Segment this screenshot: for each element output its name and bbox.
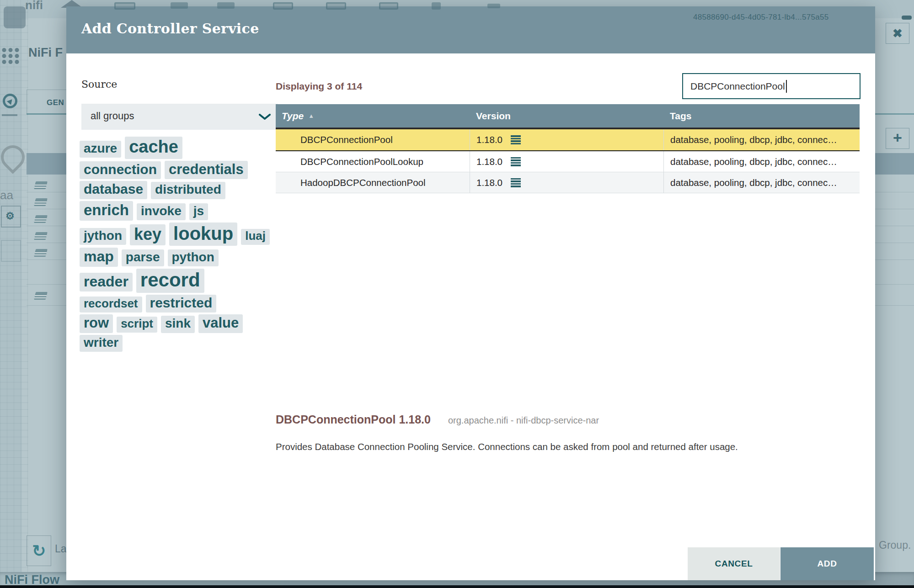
selected-service-detail: DBCPConnectionPool 1.18.0 org.apache.nif… <box>276 413 599 426</box>
column-header-version[interactable]: Version <box>470 111 664 122</box>
cancel-button[interactable]: CANCEL <box>688 547 780 580</box>
tag-cloud-tag-row[interactable]: row <box>80 314 113 333</box>
tag-cloud-tag-writer[interactable]: writer <box>80 335 123 352</box>
tag-cloud-tag-script[interactable]: script <box>117 317 157 333</box>
type-cell: DBCPConnectionPool <box>276 129 470 150</box>
filter-input-value: DBCPConnectionPool <box>690 81 785 92</box>
tag-cloud-tag-sink[interactable]: sink <box>161 316 195 333</box>
refresh-button[interactable]: ↻ <box>27 535 51 566</box>
tag-cloud-row: writer <box>78 334 286 352</box>
sort-ascending-icon: ▲ <box>308 112 314 119</box>
tag-cloud-tag-distributed[interactable]: distributed <box>151 182 225 199</box>
add-button[interactable]: ADD <box>780 547 874 580</box>
usage-book-icon <box>34 232 48 240</box>
version-list-icon <box>508 134 521 145</box>
puzzle-icon: ⚙ <box>5 210 15 222</box>
tag-cloud-tag-reader[interactable]: reader <box>80 273 133 292</box>
tag-cloud-tag-map[interactable]: map <box>80 248 118 267</box>
template-toolbar-icon <box>432 2 441 10</box>
palette-box-puzzle: ⚙ <box>1 206 21 228</box>
tags-cell: database, pooling, dbcp, jdbc, connec… <box>664 129 860 150</box>
palette-box-lock <box>1 240 21 262</box>
tag-cloud-tag-record[interactable]: record <box>136 269 204 293</box>
service-type-table-header: Type ▲ Version Tags <box>276 104 860 128</box>
tag-cloud-tag-key[interactable]: key <box>130 224 166 245</box>
output-port-toolbar-icon <box>217 2 235 9</box>
selected-service-description: Provides Database Connection Pooling Ser… <box>276 441 852 452</box>
version-cell: 1.18.0 <box>470 151 664 172</box>
tag-cloud-tag-invoke[interactable]: invoke <box>137 203 186 220</box>
usage-book-icon <box>34 198 48 206</box>
tag-cloud-row: jythonkeylookupluaj <box>78 222 286 246</box>
label-toolbar-icon <box>487 4 500 8</box>
tag-cloud-tag-parse[interactable]: parse <box>122 249 164 266</box>
tag-cloud-tag-python[interactable]: python <box>168 249 219 266</box>
refresh-icon: ↻ <box>32 543 46 559</box>
group-suffix-text: Group. <box>879 539 911 551</box>
tag-cloud-row: databasedistributed <box>78 180 286 200</box>
add-controller-service-dialog: Add Controller Service Source all groups… <box>66 6 875 580</box>
service-type-table: Type ▲ Version Tags DBCPConnectionPool1.… <box>276 104 860 193</box>
tags-cell: database, pooling, dbcp, jdbc, connec… <box>664 151 860 172</box>
source-group-selected-value: all groups <box>91 110 134 122</box>
palette-divider <box>2 114 17 116</box>
table-row-HadoopDBCPConnectionPool[interactable]: HadoopDBCPConnectionPool1.18.0database, … <box>276 172 860 193</box>
plus-icon: + <box>893 129 902 147</box>
usage-book-icon <box>34 181 48 189</box>
close-settings-button[interactable]: ✖ <box>886 23 909 44</box>
dialog-title: Add Controller Service <box>81 21 259 37</box>
tag-cloud: azurecacheconnectioncredentialsdatabased… <box>78 136 286 353</box>
tag-cloud-tag-lookup[interactable]: lookup <box>169 222 237 246</box>
nifi-logo-fragment <box>4 6 26 28</box>
table-row-DBCPConnectionPool[interactable]: DBCPConnectionPool1.18.0database, poolin… <box>276 128 860 151</box>
tag-cloud-tag-connection[interactable]: connection <box>80 161 161 180</box>
new-service-button[interactable]: + <box>886 128 909 149</box>
tag-cloud-row: enrichinvokejs <box>78 201 286 221</box>
tag-cloud-tag-cache[interactable]: cache <box>125 137 182 159</box>
input-port-toolbar-icon <box>171 2 188 9</box>
type-header-label: Type <box>282 111 304 122</box>
column-header-type[interactable]: Type ▲ <box>276 111 470 122</box>
tag-cloud-row: connectioncredentials <box>78 160 286 180</box>
tag-cloud-row: azurecache <box>78 136 286 159</box>
source-group-select[interactable]: all groups <box>81 104 278 130</box>
usage-book-icon <box>34 292 48 300</box>
tag-cloud-tag-credentials[interactable]: credentials <box>165 161 248 180</box>
funnel-toolbar-icon <box>379 2 398 10</box>
version-list-icon <box>508 156 521 167</box>
tag-cloud-tag-restricted[interactable]: restricted <box>146 295 217 313</box>
tag-cloud-tag-azure[interactable]: azure <box>80 141 121 158</box>
tag-cloud-tag-jython[interactable]: jython <box>80 228 126 245</box>
type-cell: DBCPConnectionPoolLookup <box>276 151 470 172</box>
version-header-label: Version <box>476 111 511 122</box>
birdseye-aa-label: aa <box>0 188 13 202</box>
table-row-DBCPConnectionPoolLookup[interactable]: DBCPConnectionPoolLookup1.18.0database, … <box>276 151 860 172</box>
tag-cloud-row: rowscriptsinkvalue <box>78 314 286 334</box>
filter-input[interactable]: DBCPConnectionPool <box>682 73 861 99</box>
tag-cloud-row: mapparsepython <box>78 247 286 267</box>
tag-cloud-row: recordsetrestricted <box>78 294 286 313</box>
usage-book-icon <box>34 249 48 257</box>
tag-cloud-tag-luaj[interactable]: luaj <box>241 229 270 245</box>
tag-cloud-tag-recordset[interactable]: recordset <box>80 297 142 313</box>
tag-cloud-tag-database[interactable]: database <box>80 181 147 199</box>
tag-cloud-tag-enrich[interactable]: enrich <box>80 201 133 221</box>
close-icon: ✖ <box>893 26 903 41</box>
process-group-toolbar-icon <box>273 2 293 10</box>
selected-service-title: DBCPConnectionPool 1.18.0 <box>276 413 431 426</box>
tag-cloud-tag-js[interactable]: js <box>189 203 208 220</box>
type-cell: HadoopDBCPConnectionPool <box>276 172 470 193</box>
source-label: Source <box>81 79 117 90</box>
service-type-table-body: DBCPConnectionPool1.18.0database, poolin… <box>276 128 860 193</box>
column-header-tags[interactable]: Tags <box>664 111 860 122</box>
remote-process-group-toolbar-icon <box>326 2 346 10</box>
version-list-icon <box>508 177 521 188</box>
last-updated-text: La <box>55 543 67 555</box>
nifi-logo-text: nifi <box>25 0 43 12</box>
version-cell: 1.18.0 <box>470 172 664 193</box>
selected-service-bundle: org.apache.nifi - nifi-dbcp-service-nar <box>448 415 599 426</box>
displaying-count-text: Displaying 3 of 114 <box>276 81 362 92</box>
canvas-grid-strip <box>0 0 28 588</box>
tag-cloud-tag-value[interactable]: value <box>198 314 243 333</box>
tab-general-label: GEN <box>47 98 64 107</box>
